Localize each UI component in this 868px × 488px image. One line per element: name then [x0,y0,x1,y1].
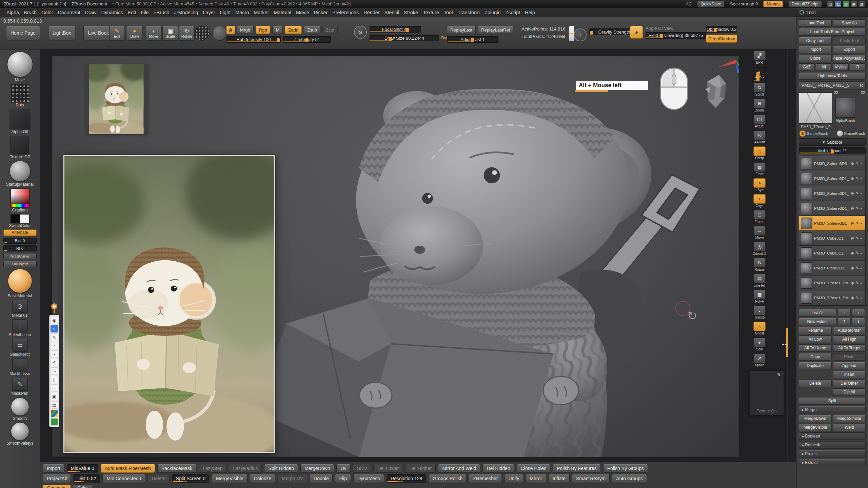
lightbox-button[interactable]: LightBox [48,26,75,40]
menu-item[interactable]: Layer [200,9,217,16]
scale-button[interactable]: ▣ Scale [162,26,178,41]
strip-item-icon[interactable]: ▦ [753,162,766,172]
strip-item[interactable]: SPix 3 [753,67,766,82]
subtool-more-icon[interactable]: ▪ [861,162,862,166]
gravity-dial-icon[interactable]: ◔ [574,28,587,41]
shelf-item-label[interactable]: BasicMaterial [7,294,32,298]
subtool-brush-icon[interactable]: ✎ [856,161,859,166]
field-of-view-slider[interactable]: Field of view(deg) 39.59775 [646,32,706,39]
tray-button[interactable]: Del Higher [405,464,436,473]
shelf-thumb[interactable] [8,269,32,293]
subtool-panel-button[interactable]: ▸ Merge [799,406,866,413]
tray-button[interactable]: Mirror [526,474,546,483]
tray-button[interactable]: Flip [335,474,351,483]
draw-button[interactable]: ● Draw [127,26,142,41]
subtool-panel-button[interactable]: ▸ Boolean [799,432,866,440]
reference-photo[interactable] [63,155,275,453]
see-through-slider[interactable]: See-through 0 [730,1,758,6]
tray-button[interactable]: Auto Mask FiberMesh [101,464,155,473]
strip-item[interactable]: + Gxyz [753,194,766,209]
shelf-thumb[interactable] [11,84,29,102]
palette-tab[interactable]: Geometry [43,484,71,488]
tool-panel-button[interactable]: Import [799,46,832,53]
subtool-panel-button[interactable]: Rename [799,327,832,334]
subtool-row[interactable]: PM3D_Cube3D2 ◉ ✎ ▪ [799,246,865,261]
tray-button[interactable]: Auto Groups [612,474,647,483]
annotation-tool-icon[interactable]: • [51,350,58,358]
tray-button[interactable]: Groups Polish [429,474,467,483]
replay-last-button[interactable]: ReplayLast [447,26,476,34]
tray-button[interactable]: MidValue 0 [67,464,98,473]
tool-panel-button[interactable]: GoZ [799,63,814,71]
annotation-tool-icon[interactable]: ↶ [51,359,58,366]
menu-item[interactable]: Marker [251,9,271,16]
strip-item-icon[interactable] [753,71,766,74]
stroke-s-icon[interactable]: S [354,26,367,39]
subtool-more-icon[interactable]: ▪ [861,296,862,300]
menu-item[interactable]: Material [271,9,294,16]
subtool-brush-icon[interactable]: ✎ [856,206,859,210]
subtool-brush-icon[interactable]: ✎ [856,281,859,285]
menu-item[interactable]: Document [56,9,83,16]
menu-item[interactable]: Zplugin [482,9,503,16]
subtool-row[interactable]: PM3D_Sphere3D1_6 ◉ ✎ ▪ [799,216,865,231]
rgb-button[interactable]: Rgb [256,26,271,34]
strip-item[interactable]: ▩ PolyF [753,290,766,305]
menu-item[interactable]: Dynamics [99,9,125,16]
subtool-brush-icon[interactable]: ✎ [856,236,859,240]
strip-item[interactable]: □ Frame [753,210,766,225]
strip-item[interactable]: ▦ Floor [753,162,766,178]
z-intensity-slider[interactable]: Z Intensity 51 [283,36,331,43]
tray-button[interactable]: BackfaceMask [157,464,196,473]
subtool-panel-button[interactable]: Copy [799,353,832,361]
tool-panel-button[interactable]: Copy Tool [799,37,832,44]
menu-item[interactable]: Tool [441,9,455,16]
subtool-more-icon[interactable]: ▪ [861,236,862,240]
menu-item[interactable]: Draw [83,9,99,16]
subtool-panel-button[interactable]: All Low [799,336,832,343]
shelf-thumb[interactable] [10,109,30,129]
tray-button[interactable]: Dist 0.02 [73,474,100,483]
subtool-row[interactable]: PM3D_Sphere3D3 ◉ ✎ ▪ [799,156,865,171]
annotation-tool-icon[interactable]: ↷ [51,367,58,375]
tray-button[interactable]: Smart ReSym [572,474,610,483]
visibility-eye-icon[interactable]: ◉ [851,191,854,196]
shelf-item-label[interactable]: SmoothValleys [6,441,33,446]
tray-button[interactable]: Morph UV [278,474,307,483]
strip-item-icon[interactable]: + [753,194,766,204]
strip-item-icon[interactable]: ◑ [753,178,766,188]
shelf-item-label[interactable]: Smooth [13,416,27,421]
tray-button[interactable]: Del Hidden [482,464,514,473]
zcut-button[interactable]: Zcut [322,26,338,34]
strip-item-icon[interactable]: ◒ [753,306,766,315]
shelf-item-label[interactable]: SelectRect [10,352,29,357]
annotation-tool-icon[interactable] [51,410,58,417]
subtool-panel-button[interactable]: ↓ [852,309,865,317]
shelf-item-label[interactable]: FillObject [3,261,37,267]
system-tray-icon[interactable]: ◨ [859,1,865,7]
deep-shadow-button[interactable]: DeepShadow [706,35,737,43]
shelf-item-label[interactable]: Gradient [12,208,27,212]
palette-tab[interactable]: Color [73,484,92,488]
shelf-item-label[interactable]: Dots [16,103,24,107]
visibility-eye-icon[interactable]: ◉ [851,296,854,300]
subtool-panel-button[interactable]: List All [799,309,836,317]
menus-button[interactable]: Menus [763,1,783,7]
quicksave-button[interactable]: QuickSave [697,1,724,7]
shelf-thumb[interactable] [11,188,29,207]
tray-button[interactable]: Close Holes [517,464,550,473]
system-tray-icon[interactable]: ▣ [851,1,857,7]
subtool-panel-button[interactable]: MergeVisible [799,424,832,431]
stroke-preview-icon[interactable] [195,26,210,41]
shelf-item-label[interactable]: Alternate [3,229,37,236]
shelf-thumb[interactable]: ≈ [13,319,27,332]
subtool-panel-button[interactable]: New Folder [799,318,836,325]
shelf-item-label[interactable]: StartupMaterial [6,182,34,187]
mrgb-button[interactable]: Mrgb [237,26,254,34]
strip-item-icon[interactable]: ↗ [753,353,766,363]
tray-button[interactable]: SDiv [353,464,371,473]
adjust-last-slider[interactable]: AdjustLast 1 [447,36,498,43]
focal-shift-slider[interactable]: Focal Shift 48 [370,26,421,33]
annotation-tool-icon[interactable]: ▣ [51,393,58,400]
strip-item[interactable]: ↗ Xpose [753,353,766,369]
